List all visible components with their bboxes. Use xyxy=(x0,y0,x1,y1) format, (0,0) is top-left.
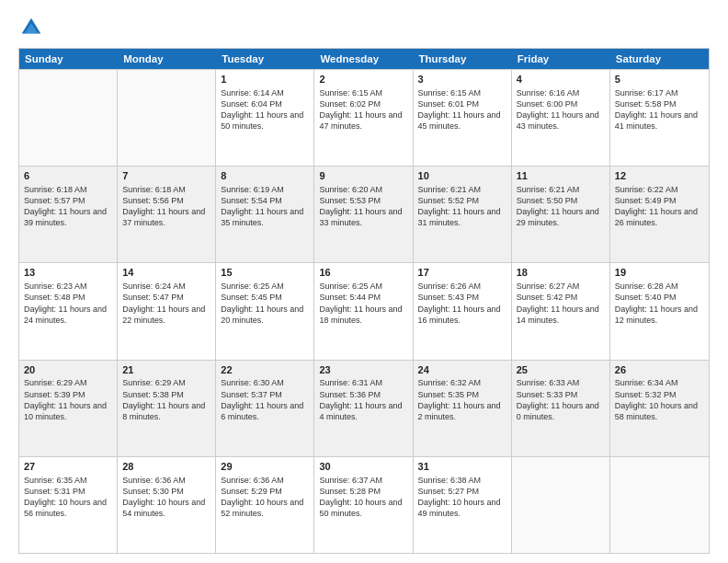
calendar-header: SundayMondayTuesdayWednesdayThursdayFrid… xyxy=(19,49,709,69)
day-number: 3 xyxy=(418,73,506,86)
cell-info: Sunrise: 6:33 AM Sunset: 5:33 PM Dayligh… xyxy=(517,377,605,422)
cal-cell: 14Sunrise: 6:24 AM Sunset: 5:47 PM Dayli… xyxy=(118,263,216,359)
header-day-sunday: Sunday xyxy=(19,49,118,69)
cell-info: Sunrise: 6:23 AM Sunset: 5:48 PM Dayligh… xyxy=(24,281,112,326)
day-number: 1 xyxy=(221,73,309,86)
cal-cell: 7Sunrise: 6:18 AM Sunset: 5:56 PM Daylig… xyxy=(118,167,216,262)
day-number: 5 xyxy=(615,73,704,86)
week-row-1: 1Sunrise: 6:14 AM Sunset: 6:04 PM Daylig… xyxy=(19,69,709,166)
header-day-saturday: Saturday xyxy=(610,49,709,69)
week-row-4: 20Sunrise: 6:29 AM Sunset: 5:39 PM Dayli… xyxy=(19,360,709,456)
cell-info: Sunrise: 6:16 AM Sunset: 6:00 PM Dayligh… xyxy=(517,87,605,132)
cal-cell: 27Sunrise: 6:35 AM Sunset: 5:31 PM Dayli… xyxy=(19,457,118,553)
cell-info: Sunrise: 6:14 AM Sunset: 6:04 PM Dayligh… xyxy=(221,87,309,132)
day-number: 25 xyxy=(517,363,605,377)
cell-info: Sunrise: 6:28 AM Sunset: 5:40 PM Dayligh… xyxy=(615,281,704,326)
cal-cell: 4Sunrise: 6:16 AM Sunset: 6:00 PM Daylig… xyxy=(512,70,610,166)
cal-cell: 6Sunrise: 6:18 AM Sunset: 5:57 PM Daylig… xyxy=(19,167,118,262)
day-number: 16 xyxy=(319,266,407,280)
day-number: 27 xyxy=(24,460,112,474)
day-number: 23 xyxy=(319,363,407,377)
cell-info: Sunrise: 6:24 AM Sunset: 5:47 PM Dayligh… xyxy=(122,281,210,326)
day-number: 8 xyxy=(221,169,309,183)
cell-info: Sunrise: 6:26 AM Sunset: 5:43 PM Dayligh… xyxy=(418,281,506,326)
logo-icon xyxy=(18,15,44,40)
cal-cell: 24Sunrise: 6:32 AM Sunset: 5:35 PM Dayli… xyxy=(414,361,512,456)
week-row-2: 6Sunrise: 6:18 AM Sunset: 5:57 PM Daylig… xyxy=(19,166,709,262)
cell-info: Sunrise: 6:19 AM Sunset: 5:54 PM Dayligh… xyxy=(221,184,309,229)
day-number: 20 xyxy=(24,363,112,377)
cal-cell: 23Sunrise: 6:31 AM Sunset: 5:36 PM Dayli… xyxy=(314,361,413,456)
header-day-wednesday: Wednesday xyxy=(314,49,413,69)
day-number: 13 xyxy=(24,266,112,280)
cal-cell: 12Sunrise: 6:22 AM Sunset: 5:49 PM Dayli… xyxy=(610,167,709,262)
day-number: 4 xyxy=(517,73,605,86)
day-number: 26 xyxy=(615,363,704,377)
cal-cell: 15Sunrise: 6:25 AM Sunset: 5:45 PM Dayli… xyxy=(216,263,314,359)
cell-info: Sunrise: 6:37 AM Sunset: 5:28 PM Dayligh… xyxy=(319,475,407,520)
week-row-5: 27Sunrise: 6:35 AM Sunset: 5:31 PM Dayli… xyxy=(19,456,709,553)
day-number: 12 xyxy=(615,169,704,183)
cal-cell: 3Sunrise: 6:15 AM Sunset: 6:01 PM Daylig… xyxy=(414,70,512,166)
cal-cell: 21Sunrise: 6:29 AM Sunset: 5:38 PM Dayli… xyxy=(118,361,216,456)
cal-cell: 22Sunrise: 6:30 AM Sunset: 5:37 PM Dayli… xyxy=(216,361,314,456)
day-number: 11 xyxy=(517,169,605,183)
cal-cell: 31Sunrise: 6:38 AM Sunset: 5:27 PM Dayli… xyxy=(414,457,512,553)
cell-info: Sunrise: 6:36 AM Sunset: 5:30 PM Dayligh… xyxy=(122,475,210,520)
header xyxy=(18,15,710,40)
day-number: 24 xyxy=(418,363,506,377)
day-number: 14 xyxy=(122,266,210,280)
day-number: 10 xyxy=(418,169,506,183)
cell-info: Sunrise: 6:21 AM Sunset: 5:52 PM Dayligh… xyxy=(418,184,506,229)
cell-info: Sunrise: 6:25 AM Sunset: 5:44 PM Dayligh… xyxy=(319,281,407,326)
cal-cell: 18Sunrise: 6:27 AM Sunset: 5:42 PM Dayli… xyxy=(512,263,610,359)
day-number: 28 xyxy=(122,460,210,474)
cal-cell: 9Sunrise: 6:20 AM Sunset: 5:53 PM Daylig… xyxy=(314,167,413,262)
cal-cell: 26Sunrise: 6:34 AM Sunset: 5:32 PM Dayli… xyxy=(610,361,709,456)
cell-info: Sunrise: 6:31 AM Sunset: 5:36 PM Dayligh… xyxy=(319,377,407,422)
day-number: 15 xyxy=(221,266,309,280)
day-number: 30 xyxy=(319,460,407,474)
cell-info: Sunrise: 6:25 AM Sunset: 5:45 PM Dayligh… xyxy=(221,281,309,326)
cell-info: Sunrise: 6:35 AM Sunset: 5:31 PM Dayligh… xyxy=(24,475,112,520)
day-number: 22 xyxy=(221,363,309,377)
cal-cell: 29Sunrise: 6:36 AM Sunset: 5:29 PM Dayli… xyxy=(216,457,314,553)
day-number: 21 xyxy=(122,363,210,377)
cal-cell: 30Sunrise: 6:37 AM Sunset: 5:28 PM Dayli… xyxy=(314,457,413,553)
day-number: 2 xyxy=(319,73,407,86)
cell-info: Sunrise: 6:27 AM Sunset: 5:42 PM Dayligh… xyxy=(517,281,605,326)
header-day-thursday: Thursday xyxy=(414,49,512,69)
cal-cell: 1Sunrise: 6:14 AM Sunset: 6:04 PM Daylig… xyxy=(216,70,314,166)
cal-cell xyxy=(19,70,118,166)
cal-cell xyxy=(512,457,610,553)
cell-info: Sunrise: 6:30 AM Sunset: 5:37 PM Dayligh… xyxy=(221,377,309,422)
cell-info: Sunrise: 6:18 AM Sunset: 5:57 PM Dayligh… xyxy=(24,184,112,229)
cell-info: Sunrise: 6:38 AM Sunset: 5:27 PM Dayligh… xyxy=(418,475,506,520)
cal-cell: 8Sunrise: 6:19 AM Sunset: 5:54 PM Daylig… xyxy=(216,167,314,262)
header-day-monday: Monday xyxy=(118,49,216,69)
cal-cell xyxy=(118,70,216,166)
cell-info: Sunrise: 6:20 AM Sunset: 5:53 PM Dayligh… xyxy=(319,184,407,229)
cal-cell xyxy=(610,457,709,553)
day-number: 9 xyxy=(319,169,407,183)
cell-info: Sunrise: 6:34 AM Sunset: 5:32 PM Dayligh… xyxy=(615,377,704,422)
page: SundayMondayTuesdayWednesdayThursdayFrid… xyxy=(0,0,728,563)
calendar-body: 1Sunrise: 6:14 AM Sunset: 6:04 PM Daylig… xyxy=(19,69,709,553)
cal-cell: 13Sunrise: 6:23 AM Sunset: 5:48 PM Dayli… xyxy=(19,263,118,359)
cell-info: Sunrise: 6:36 AM Sunset: 5:29 PM Dayligh… xyxy=(221,475,309,520)
cell-info: Sunrise: 6:17 AM Sunset: 5:58 PM Dayligh… xyxy=(615,87,704,132)
header-day-tuesday: Tuesday xyxy=(216,49,314,69)
day-number: 31 xyxy=(418,460,506,474)
cal-cell: 20Sunrise: 6:29 AM Sunset: 5:39 PM Dayli… xyxy=(19,361,118,456)
cell-info: Sunrise: 6:15 AM Sunset: 6:02 PM Dayligh… xyxy=(319,87,407,132)
cell-info: Sunrise: 6:15 AM Sunset: 6:01 PM Dayligh… xyxy=(418,87,506,132)
cell-info: Sunrise: 6:22 AM Sunset: 5:49 PM Dayligh… xyxy=(615,184,704,229)
cell-info: Sunrise: 6:21 AM Sunset: 5:50 PM Dayligh… xyxy=(517,184,605,229)
cal-cell: 19Sunrise: 6:28 AM Sunset: 5:40 PM Dayli… xyxy=(610,263,709,359)
day-number: 6 xyxy=(24,169,112,183)
week-row-3: 13Sunrise: 6:23 AM Sunset: 5:48 PM Dayli… xyxy=(19,262,709,359)
cal-cell: 5Sunrise: 6:17 AM Sunset: 5:58 PM Daylig… xyxy=(610,70,709,166)
day-number: 18 xyxy=(517,266,605,280)
cell-info: Sunrise: 6:18 AM Sunset: 5:56 PM Dayligh… xyxy=(122,184,210,229)
calendar: SundayMondayTuesdayWednesdayThursdayFrid… xyxy=(18,48,710,554)
